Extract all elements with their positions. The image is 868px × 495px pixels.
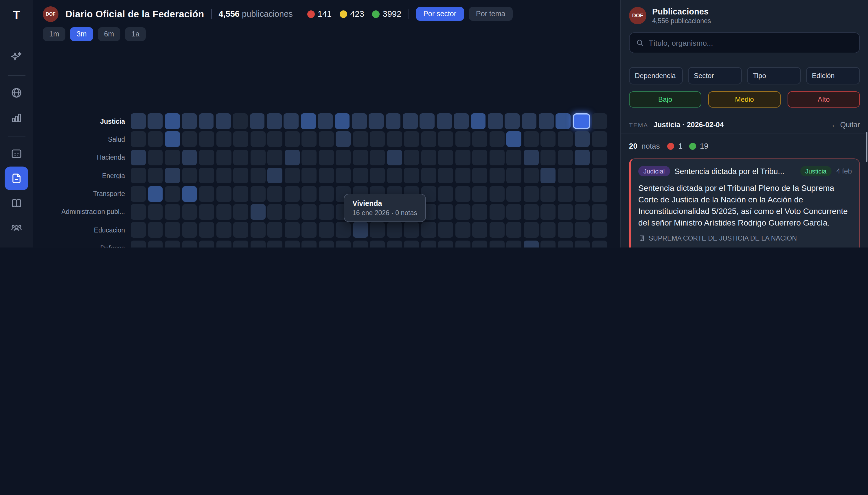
- heatmap-cell[interactable]: [353, 132, 368, 147]
- heatmap-cell[interactable]: [233, 168, 248, 183]
- heatmap-cell[interactable]: [524, 150, 539, 165]
- heatmap-cell[interactable]: [284, 222, 299, 238]
- heatmap-cell[interactable]: [250, 204, 265, 220]
- heatmap-cell[interactable]: [353, 150, 368, 165]
- heatmap-cell[interactable]: [233, 222, 248, 238]
- heatmap-cell[interactable]: [472, 240, 487, 248]
- panel-vertical-scrollbar[interactable]: [865, 132, 867, 162]
- documents-icon[interactable]: [5, 167, 28, 190]
- heatmap-cell[interactable]: [592, 240, 607, 248]
- heatmap-cell[interactable]: [370, 222, 385, 238]
- heatmap-cell[interactable]: [524, 240, 539, 248]
- heatmap-cell[interactable]: [455, 186, 470, 202]
- heatmap-cell[interactable]: [165, 204, 180, 220]
- heatmap-cell[interactable]: [131, 222, 146, 238]
- heatmap-cell[interactable]: [558, 168, 573, 183]
- heatmap-cell[interactable]: [284, 168, 299, 183]
- row-label-energia[interactable]: Energia: [33, 172, 131, 179]
- heatmap-cell[interactable]: [541, 204, 556, 220]
- heatmap-cell[interactable]: [165, 186, 180, 202]
- heatmap-cell[interactable]: [148, 132, 163, 147]
- heatmap-cell[interactable]: [131, 168, 146, 183]
- heatmap-cell[interactable]: [522, 113, 537, 129]
- heatmap-cell[interactable]: [507, 132, 522, 147]
- heatmap-cell[interactable]: [182, 204, 197, 220]
- heatmap-cell[interactable]: [267, 240, 282, 248]
- heatmap-cell[interactable]: [165, 132, 180, 147]
- heatmap-cell[interactable]: [148, 204, 163, 220]
- heatmap-cell[interactable]: [370, 132, 385, 147]
- heatmap-cell[interactable]: [370, 240, 385, 248]
- heatmap-cell[interactable]: [575, 132, 590, 147]
- filter-dropdown-edición[interactable]: Edición: [806, 67, 860, 84]
- heatmap-cell[interactable]: [336, 150, 351, 165]
- heatmap-cell[interactable]: [182, 240, 197, 248]
- heatmap-cell[interactable]: [267, 150, 282, 165]
- heatmap-cell[interactable]: [267, 204, 282, 220]
- heatmap-cell[interactable]: [438, 222, 453, 238]
- heatmap-cell[interactable]: [233, 186, 248, 202]
- heatmap-cell-selected[interactable]: [573, 113, 590, 129]
- heatmap-cell[interactable]: [301, 240, 317, 248]
- heatmap-cell[interactable]: [455, 204, 470, 220]
- severity-bajo[interactable]: Bajo: [629, 91, 701, 107]
- heatmap-cell[interactable]: [336, 222, 351, 238]
- heatmap-cell[interactable]: [250, 186, 265, 202]
- heatmap-cell[interactable]: [472, 168, 487, 183]
- heatmap-cell[interactable]: [592, 113, 607, 129]
- heatmap-cell[interactable]: [404, 222, 419, 238]
- filter-dropdown-dependencia[interactable]: Dependencia: [629, 67, 683, 84]
- row-label-transporte[interactable]: Transporte: [33, 190, 131, 197]
- heatmap-cell[interactable]: [131, 204, 146, 220]
- heatmap-cell[interactable]: [148, 186, 163, 202]
- heatmap-cell[interactable]: [575, 204, 590, 220]
- heatmap-cell[interactable]: [438, 168, 453, 183]
- heatmap-cell[interactable]: [592, 150, 607, 165]
- heatmap-cell[interactable]: [131, 186, 146, 202]
- quitar-button[interactable]: ← Quitar: [831, 121, 860, 129]
- heatmap-cell[interactable]: [507, 204, 522, 220]
- heatmap-cell[interactable]: [284, 186, 299, 202]
- heatmap-cell[interactable]: [455, 222, 470, 238]
- heatmap-cell[interactable]: [541, 240, 556, 248]
- heatmap-cell[interactable]: [592, 204, 607, 220]
- heatmap-cell[interactable]: [301, 204, 317, 220]
- heatmap-cell[interactable]: [489, 132, 505, 147]
- heatmap-cell[interactable]: [438, 240, 453, 248]
- view-toggle-por-tema[interactable]: Por tema: [468, 7, 513, 21]
- heatmap-cell[interactable]: [199, 132, 214, 147]
- heatmap-cell[interactable]: [489, 222, 505, 238]
- heatmap-cell[interactable]: [575, 150, 590, 165]
- heatmap-cell[interactable]: [131, 113, 146, 129]
- range-1m[interactable]: 1m: [43, 27, 66, 41]
- heatmap-cell[interactable]: [541, 150, 556, 165]
- heatmap-cell[interactable]: [165, 150, 180, 165]
- heatmap-cell[interactable]: [216, 113, 231, 129]
- range-6m[interactable]: 6m: [98, 27, 121, 41]
- heatmap-cell[interactable]: [148, 168, 163, 183]
- heatmap-cell[interactable]: [558, 132, 573, 147]
- heatmap-cell[interactable]: [403, 113, 418, 129]
- heatmap-cell[interactable]: [541, 168, 556, 183]
- heatmap-cell[interactable]: [370, 150, 385, 165]
- heatmap-cell[interactable]: [131, 240, 146, 248]
- heatmap-cell[interactable]: [233, 204, 248, 220]
- heatmap-cell[interactable]: [437, 113, 452, 129]
- heatmap-cell[interactable]: [216, 240, 231, 248]
- heatmap-cell[interactable]: [199, 113, 214, 129]
- heatmap-cell[interactable]: [387, 150, 402, 165]
- heatmap-cell[interactable]: [421, 240, 436, 248]
- heatmap-cell[interactable]: [301, 150, 317, 165]
- heatmap-cell[interactable]: [199, 168, 214, 183]
- heatmap-cell[interactable]: [556, 113, 571, 129]
- heatmap-cell[interactable]: [421, 150, 436, 165]
- heatmap-cell[interactable]: [199, 204, 214, 220]
- heatmap-cell[interactable]: [336, 168, 351, 183]
- heatmap-cell[interactable]: [507, 150, 522, 165]
- heatmap-cell[interactable]: [404, 168, 419, 183]
- heatmap-cell[interactable]: [131, 132, 146, 147]
- heatmap-cell[interactable]: [524, 204, 539, 220]
- heatmap-cell[interactable]: [387, 222, 402, 238]
- heatmap-cell[interactable]: [507, 168, 522, 183]
- heatmap-cell[interactable]: [592, 222, 607, 238]
